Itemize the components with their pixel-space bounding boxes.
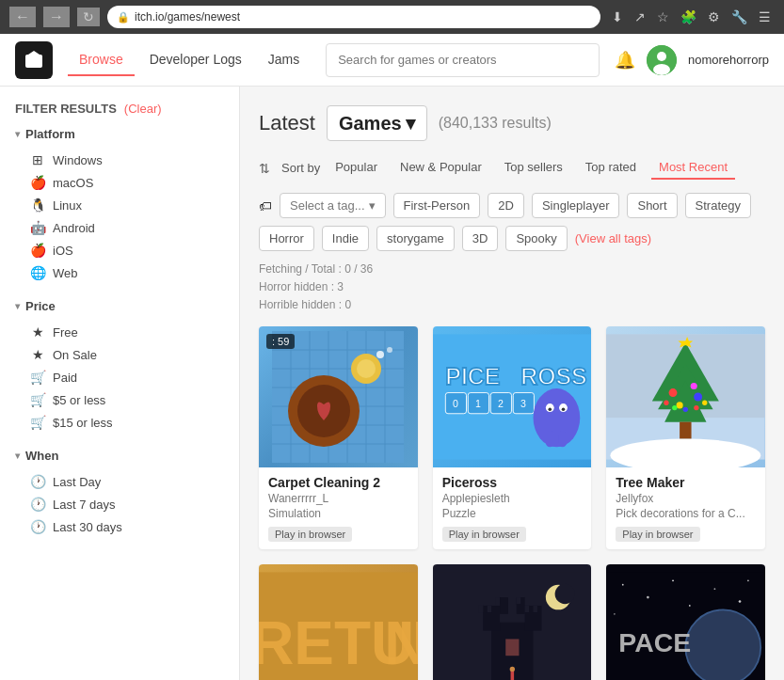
- game-card-piceross[interactable]: PICE ROSS 0 1 2 3: [433, 326, 592, 549]
- filter-section-when: ▾ When 🕐 Last Day 🕐 Last 7 days 🕐 Last 3…: [15, 449, 224, 538]
- tag-storygame[interactable]: storygame: [376, 226, 455, 251]
- back-button[interactable]: ←: [9, 7, 36, 27]
- chevron-down-icon-price: ▾: [15, 301, 20, 311]
- svg-point-88: [689, 605, 691, 607]
- clock3-icon: 🕐: [30, 519, 45, 534]
- game-card-return[interactable]: RETUR N: [259, 564, 418, 680]
- svg-point-23: [387, 347, 392, 353]
- games-dropdown[interactable]: Games ▾: [327, 105, 427, 141]
- ext2-btn[interactable]: ⚙: [704, 8, 724, 26]
- tag-horror[interactable]: Horror: [259, 226, 314, 251]
- filter-free[interactable]: ★ Free: [15, 321, 224, 343]
- dropdown-arrow-icon: ▾: [406, 112, 415, 134]
- nav-developer-logs[interactable]: Developer Logs: [138, 44, 253, 76]
- filter-on-sale[interactable]: ★ On Sale: [15, 343, 224, 366]
- notification-bell[interactable]: 🔔: [615, 50, 635, 71]
- game-badge-tree[interactable]: Play in browser: [616, 527, 699, 542]
- svg-rect-71: [516, 597, 520, 604]
- clock2-icon: 🕐: [30, 497, 45, 512]
- forward-button[interactable]: →: [43, 7, 70, 27]
- sort-icon: ⇅: [259, 161, 270, 176]
- filter-web[interactable]: 🌐 Web: [15, 261, 224, 284]
- svg-rect-0: [25, 55, 42, 68]
- view-all-tags[interactable]: (View all tags): [575, 231, 651, 245]
- sort-top-sellers[interactable]: Top sellers: [497, 156, 570, 180]
- game-card-dark[interactable]: [433, 564, 592, 680]
- avatar[interactable]: [647, 45, 677, 75]
- filter-last-day[interactable]: 🕐 Last Day: [15, 470, 224, 493]
- tag-indie[interactable]: Indie: [322, 226, 369, 251]
- page-header: Latest Games ▾ (840,133 results): [259, 105, 765, 141]
- filter-ios[interactable]: 🍎 iOS: [15, 239, 224, 261]
- nav-browse[interactable]: Browse: [68, 44, 135, 76]
- platform-header[interactable]: ▾ Platform: [15, 127, 224, 141]
- game-title-piceross: Piceross: [442, 475, 583, 490]
- refresh-button[interactable]: ↻: [77, 8, 100, 26]
- svg-text:0: 0: [453, 397, 458, 408]
- game-info-carpet: Carpet Cleaning 2 Wanerrrrr_L Simulation…: [259, 467, 418, 549]
- ext4-btn[interactable]: ☰: [755, 8, 775, 26]
- svg-point-52: [677, 402, 683, 408]
- url-text: itch.io/games/newest: [135, 10, 240, 24]
- sort-popular[interactable]: Popular: [328, 156, 385, 180]
- svg-text:3: 3: [520, 397, 526, 408]
- ext3-btn[interactable]: 🔧: [728, 8, 751, 26]
- filter-ios-label: iOS: [53, 244, 73, 258]
- svg-rect-48: [680, 421, 691, 438]
- svg-point-84: [714, 588, 716, 590]
- svg-point-79: [509, 666, 514, 671]
- game-thumb-return: RETUR N: [259, 564, 418, 680]
- tag-spooky[interactable]: Spooky: [505, 226, 567, 251]
- filter-paid[interactable]: 🛒 Paid: [15, 366, 224, 388]
- site-logo[interactable]: [15, 41, 53, 79]
- svg-rect-72: [524, 605, 528, 611]
- filter-windows[interactable]: ⊞ Windows: [15, 149, 224, 171]
- free-icon: ★: [30, 324, 45, 340]
- sort-top-rated[interactable]: Top rated: [578, 156, 644, 180]
- tag-short[interactable]: Short: [627, 193, 677, 218]
- timer-badge: : 59: [266, 334, 295, 349]
- svg-point-50: [669, 388, 678, 397]
- star-btn[interactable]: ☆: [653, 8, 673, 26]
- content-area: Latest Games ▾ (840,133 results) ⇅ Sort …: [240, 87, 784, 680]
- nav-jams[interactable]: Jams: [257, 44, 311, 76]
- filter-macos[interactable]: 🍎 macOS: [15, 171, 224, 194]
- filter-last-7-days[interactable]: 🕐 Last 7 days: [15, 493, 224, 515]
- clock-icon: 🕐: [30, 474, 45, 489]
- tag-3d[interactable]: 3D: [462, 226, 499, 251]
- tag-singleplayer[interactable]: Singleplayer: [532, 193, 620, 218]
- tag-first-person[interactable]: First-Person: [393, 193, 481, 218]
- filter-5-or-less[interactable]: 🛒 $5 or less: [15, 388, 224, 411]
- when-header[interactable]: ▾ When: [15, 449, 224, 463]
- filter-15-or-less[interactable]: 🛒 $15 or less: [15, 411, 224, 434]
- svg-point-87: [614, 612, 616, 614]
- game-badge-carpet[interactable]: Play in browser: [268, 527, 352, 542]
- tag-select-dropdown[interactable]: Select a tag... ▾: [280, 193, 386, 218]
- ext1-btn[interactable]: 🧩: [677, 8, 700, 26]
- search-input[interactable]: [326, 43, 600, 77]
- svg-point-4: [653, 64, 670, 75]
- filter-linux[interactable]: 🐧 Linux: [15, 194, 224, 216]
- sort-most-recent[interactable]: Most Recent: [651, 156, 735, 180]
- svg-rect-66: [500, 597, 508, 614]
- web-icon: 🌐: [30, 265, 45, 280]
- sort-new-popular[interactable]: New & Popular: [392, 156, 489, 180]
- status-horror-hidden: Horror hidden : 3: [259, 278, 765, 296]
- filter-clear[interactable]: (Clear): [124, 102, 162, 116]
- price-header[interactable]: ▾ Price: [15, 299, 224, 313]
- svg-text:PACE: PACE: [619, 626, 692, 656]
- filter-android[interactable]: 🤖 Android: [15, 216, 224, 239]
- download-btn[interactable]: ⬇: [608, 8, 627, 26]
- tag-2d[interactable]: 2D: [488, 193, 524, 218]
- tag-strategy[interactable]: Strategy: [685, 193, 751, 218]
- tag-select-placeholder: Select a tag...: [290, 198, 365, 213]
- filter-last-30-days[interactable]: 🕐 Last 30 days: [15, 515, 224, 538]
- game-card-carpet-cleaning-2[interactable]: : 59: [259, 326, 418, 549]
- svg-point-57: [695, 404, 699, 409]
- game-badge-piceross[interactable]: Play in browser: [442, 527, 526, 542]
- game-card-space[interactable]: PACE: [606, 564, 765, 680]
- game-card-tree-maker[interactable]: Tree Maker Jellyfox Pick decorations for…: [606, 326, 765, 549]
- game-thumb-space: PACE: [606, 564, 765, 680]
- address-bar[interactable]: 🔒 itch.io/games/newest: [107, 6, 600, 28]
- share-btn[interactable]: ↗: [631, 8, 649, 26]
